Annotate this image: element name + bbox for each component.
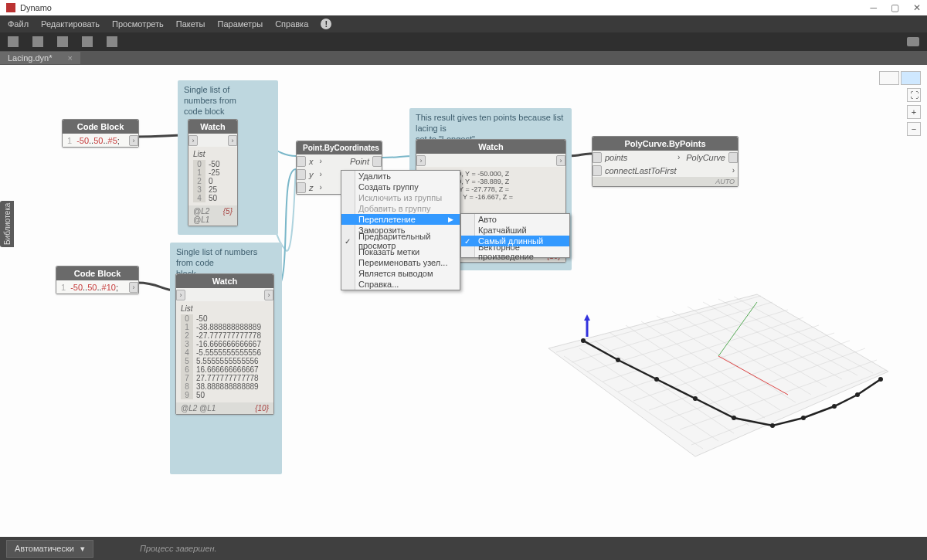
fit-view-icon[interactable]: ⛶ — [907, 88, 921, 102]
maximize-button[interactable]: ▢ — [891, 2, 899, 13]
svg-marker-0 — [548, 294, 888, 456]
node-title: Code Block — [63, 120, 138, 134]
info-icon[interactable]: ! — [321, 19, 331, 29]
graph-canvas[interactable]: Библиотека ⛶ + − Single list of numbers … — [0, 65, 927, 534]
menu-is-output[interactable]: Является выводом — [341, 268, 460, 279]
node-title: Watch — [188, 120, 237, 134]
watch-output: List 0-50 1-38.888888888889 2-27.7777777… — [176, 301, 273, 402]
graph-view-icon[interactable] — [901, 71, 921, 85]
code-line[interactable]: 1-50..50..#10; — [56, 281, 129, 294]
menu-exclude-group: Исключить из группы — [341, 192, 460, 203]
context-menu: Удалить Создать группу Исключить из груп… — [341, 170, 460, 290]
output-port[interactable] — [728, 152, 738, 163]
menu-add-to-group: Добавить в группу — [341, 203, 460, 214]
svg-point-30 — [693, 396, 698, 401]
menu-lacing[interactable]: Переплетение▶ — [341, 214, 460, 225]
undo-icon[interactable] — [82, 36, 93, 47]
input-port-z[interactable] — [297, 182, 306, 193]
zoom-out-button[interactable]: − — [907, 122, 921, 136]
library-tab[interactable]: Библиотека — [0, 201, 14, 247]
file-tabs: Lacing.dyn* × — [0, 51, 927, 65]
svg-point-27 — [581, 338, 586, 343]
menu-options[interactable]: Параметры — [217, 19, 263, 29]
node-title: Watch — [176, 274, 273, 288]
svg-point-33 — [801, 416, 806, 420]
menu-help[interactable]: Справка... — [341, 279, 460, 290]
menu-packages[interactable]: Пакеты — [176, 19, 205, 29]
lacing-submenu: Авто Кратчайший ✓Самый длинный Векторное… — [460, 213, 570, 258]
input-port[interactable]: › — [188, 135, 198, 146]
open-file-icon[interactable] — [32, 36, 43, 47]
menu-help[interactable]: Справка — [275, 19, 308, 29]
svg-marker-26 — [584, 314, 590, 321]
geometry-view-icon[interactable] — [879, 71, 899, 85]
menubar: Файл Редактировать Просмотреть Пакеты Па… — [0, 15, 927, 32]
svg-point-34 — [832, 404, 837, 409]
node-code-block-2[interactable]: Code Block 1-50..50..#10; › — [56, 266, 139, 294]
viewport-controls: ⛶ + − — [879, 71, 921, 136]
file-tab[interactable]: Lacing.dyn* × — [0, 52, 80, 64]
input-port-connectlast[interactable] — [593, 165, 602, 176]
minimize-button[interactable]: ─ — [870, 2, 877, 13]
group-label: Single list of numbers from code block — [184, 85, 272, 117]
output-port[interactable]: › — [556, 155, 565, 166]
screenshot-icon[interactable] — [907, 37, 919, 46]
tab-close-icon[interactable]: × — [68, 53, 73, 63]
svg-point-35 — [855, 392, 860, 397]
menu-create-group[interactable]: Создать группу — [341, 182, 460, 192]
chevron-down-icon: ▾ — [80, 544, 85, 554]
menu-rename-node[interactable]: Переименовать узел... — [341, 257, 460, 268]
titlebar: Dynamo ─ ▢ ✕ — [0, 0, 927, 15]
node-polycurve-bypoints[interactable]: PolyCurve.ByPoints points › PolyCurve co… — [592, 136, 739, 187]
node-title: Watch — [416, 140, 565, 154]
menu-edit[interactable]: Редактировать — [41, 19, 100, 29]
node-watch-1[interactable]: Watch › › List 0-50 1-25 20 325 450 @L2 … — [188, 119, 238, 226]
output-port[interactable]: › — [264, 290, 273, 300]
new-file-icon[interactable] — [8, 36, 19, 47]
input-port[interactable]: › — [176, 290, 185, 300]
output-port[interactable]: › — [129, 282, 138, 293]
menu-delete[interactable]: Удалить — [341, 171, 460, 182]
close-button[interactable]: ✕ — [913, 2, 921, 13]
node-title: Code Block — [56, 266, 138, 280]
output-port[interactable] — [372, 156, 382, 167]
save-icon[interactable] — [57, 36, 68, 47]
redo-icon[interactable] — [107, 36, 117, 47]
code-line[interactable]: 1-50..50..#5; — [63, 134, 129, 147]
menu-view[interactable]: Просмотреть — [112, 19, 164, 29]
input-port[interactable]: › — [416, 155, 426, 166]
input-port-y[interactable] — [297, 169, 306, 180]
output-port[interactable]: › — [129, 135, 138, 146]
menu-show-labels[interactable]: Показать метки — [341, 246, 460, 257]
watch-output: List 0-50 1-25 20 325 450 — [188, 147, 237, 205]
menu-file[interactable]: Файл — [8, 19, 29, 29]
svg-point-28 — [616, 358, 620, 362]
svg-point-32 — [770, 423, 775, 428]
node-title: Point.ByCoordinates — [297, 141, 382, 154]
node-code-block-1[interactable]: Code Block 1-50..50..#5; › — [62, 119, 139, 148]
node-title: PolyCurve.ByPoints — [593, 137, 738, 151]
zoom-in-button[interactable]: + — [907, 105, 921, 119]
statusbar: Автоматически▾ Процесс завершен. — [0, 537, 927, 560]
svg-point-36 — [878, 377, 883, 382]
node-watch-2[interactable]: Watch › › List 0-50 1-38.888888888889 2-… — [175, 273, 274, 415]
svg-point-31 — [732, 416, 736, 420]
app-logo-icon — [6, 3, 15, 12]
input-port-x[interactable] — [297, 156, 306, 167]
app-title: Dynamo — [20, 3, 52, 12]
submenu-shortest[interactable]: Кратчайший — [461, 225, 569, 236]
output-port[interactable]: › — [228, 135, 237, 146]
menu-preview[interactable]: ✓Предварительный просмотр — [341, 236, 460, 246]
status-text: Процесс завершен. — [140, 544, 217, 553]
toolbar — [0, 32, 927, 51]
tab-label: Lacing.dyn* — [8, 53, 53, 63]
submenu-longest[interactable]: ✓Самый длинный — [461, 236, 569, 246]
submenu-auto[interactable]: Авто — [461, 214, 569, 225]
lacing-indicator: AUTO — [593, 177, 738, 186]
svg-point-29 — [654, 377, 659, 382]
run-mode-dropdown[interactable]: Автоматически▾ — [6, 540, 93, 558]
input-port-points[interactable] — [593, 152, 602, 163]
3d-preview[interactable] — [541, 256, 896, 511]
